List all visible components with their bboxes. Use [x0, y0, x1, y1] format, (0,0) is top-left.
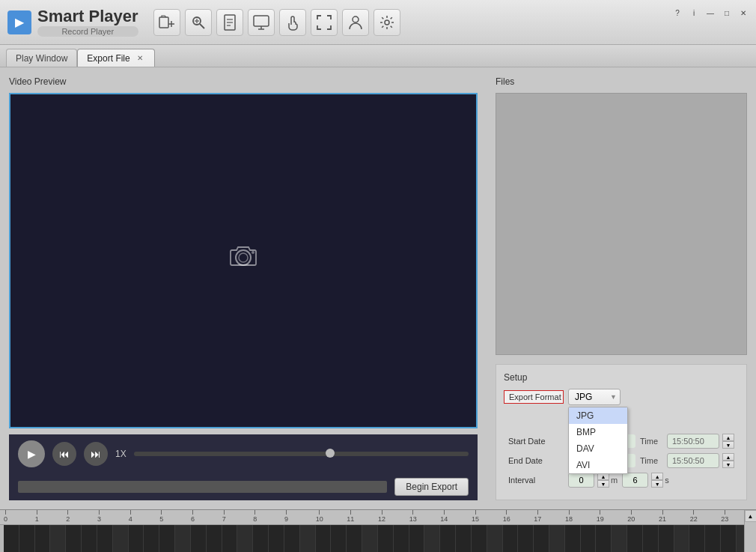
end-time-down-btn[interactable]: ▼ [722, 461, 734, 468]
ruler-mark-2: 2 [66, 510, 70, 523]
interval-m-label: m [611, 476, 618, 485]
track-cell [456, 525, 472, 552]
format-select-btn[interactable]: JPG [568, 389, 621, 405]
monitor-btn[interactable] [248, 9, 275, 36]
hand-btn[interactable] [279, 9, 306, 36]
svg-point-15 [385, 20, 389, 25]
app-title-sub: Record Player [37, 26, 138, 37]
right-scrollbar: ▲ ▼ [744, 510, 756, 552]
track-cell [440, 525, 456, 552]
ruler-mark-12: 12 [378, 510, 385, 523]
interval-s-down-btn[interactable]: ▼ [651, 480, 663, 488]
format-option-dav[interactable]: DAV [569, 440, 627, 457]
interval-s-spinner[interactable]: ▲ ▼ [651, 473, 663, 488]
track-cell [35, 525, 51, 552]
format-option-jpg[interactable]: JPG [569, 407, 627, 424]
play-btn[interactable]: ▶ [18, 440, 45, 467]
add-file-btn[interactable] [153, 9, 180, 36]
next-frame-btn[interactable]: ⏭ [84, 442, 108, 466]
end-date-label: End Date [504, 455, 564, 467]
end-time-input[interactable] [667, 453, 719, 468]
help-btn[interactable]: ? [671, 6, 684, 19]
start-time-input[interactable] [667, 434, 719, 449]
info-btn[interactable]: i [687, 6, 701, 19]
title-bar: ▶ Smart Player Record Player [0, 0, 756, 45]
start-time-down-btn[interactable]: ▼ [722, 441, 734, 449]
title-bar-left: ▶ Smart Player Record Player [7, 7, 138, 36]
track-cell [565, 525, 581, 552]
user-btn[interactable] [342, 9, 369, 36]
ruler-mark-15: 15 [472, 510, 479, 523]
title-text: Smart Player Record Player [37, 7, 138, 36]
ruler-mark-3: 3 [97, 510, 101, 523]
start-time-up-btn[interactable]: ▲ [722, 434, 734, 441]
track-cell [191, 525, 207, 552]
track-cell [269, 525, 284, 552]
prev-frame-btn[interactable]: ⏮ [52, 442, 76, 466]
tab-bar: Play Window Export File ✕ [0, 45, 756, 67]
tab-export-file[interactable]: Export File ✕ [77, 49, 154, 67]
settings-btn[interactable] [374, 9, 400, 36]
interval-label: Interval [504, 474, 564, 486]
ruler-mark-22: 22 [690, 510, 698, 523]
progress-bar[interactable] [134, 452, 469, 456]
format-option-avi[interactable]: AVI [569, 457, 627, 473]
ruler-mark-7: 7 [222, 510, 226, 523]
interval-m-input[interactable] [568, 473, 594, 488]
track-cell [643, 525, 659, 552]
track-cell [253, 525, 269, 552]
search-btn[interactable] [185, 9, 212, 36]
app-icon: ▶ [7, 10, 31, 34]
track-cell [596, 525, 612, 552]
track-cell [97, 525, 113, 552]
ruler-mark-16: 16 [503, 510, 510, 523]
track-cell [222, 525, 238, 552]
tab-play-window[interactable]: Play Window [6, 49, 77, 67]
files-preview-area [496, 93, 747, 355]
track-cell [362, 525, 378, 552]
interval-s-up-btn[interactable]: ▲ [651, 473, 663, 480]
end-time-spinner[interactable]: ▲ ▼ [722, 453, 734, 468]
track-cell [472, 525, 487, 552]
begin-export-btn[interactable]: Begin Export [394, 478, 469, 496]
restore-btn[interactable]: □ [720, 6, 734, 19]
ruler-mark-1: 1 [35, 510, 39, 523]
format-option-bmp[interactable]: BMP [569, 424, 627, 440]
files-title: Files [496, 76, 747, 87]
track-cell [409, 525, 425, 552]
ruler-mark-0: 0 [4, 510, 7, 523]
ruler-mark-6: 6 [191, 510, 195, 523]
document-btn[interactable] [216, 9, 243, 36]
track-cell [549, 525, 565, 552]
track-cell [378, 525, 394, 552]
title-controls: ? i — □ ✕ [671, 6, 750, 19]
close-btn[interactable]: ✕ [737, 6, 750, 19]
track-cell [331, 525, 347, 552]
ruler-mark-8: 8 [253, 510, 257, 523]
svg-point-18 [252, 251, 254, 254]
speed-label: 1X [115, 449, 126, 459]
ruler-marks: 0123456789101112131415161718192021222324 [4, 510, 752, 525]
track-cell [284, 525, 300, 552]
minimize-btn[interactable]: — [704, 6, 717, 19]
interval-s-input[interactable] [622, 473, 648, 488]
start-time-label: Time [640, 437, 662, 446]
camera-icon [225, 241, 262, 281]
track-cell [581, 525, 597, 552]
interval-m-down-btn[interactable]: ▼ [597, 480, 609, 488]
fullscreen-btn[interactable] [311, 9, 338, 36]
end-time-up-btn[interactable]: ▲ [722, 453, 734, 461]
ruler-mark-19: 19 [597, 510, 604, 523]
setup-section: Setup Export Format JPG JPG BMP DAV AVI … [496, 364, 747, 500]
interval-m-spinner[interactable]: ▲ ▼ [597, 473, 609, 488]
track-cell [300, 525, 316, 552]
left-panel: Video Preview ▶ ⏮ ⏭ 1X Beg [0, 67, 487, 509]
tab-close-icon[interactable]: ✕ [135, 53, 145, 64]
start-time-spinner[interactable]: ▲ ▼ [722, 434, 734, 449]
ruler-mark-21: 21 [659, 510, 666, 523]
end-time-label: Time [640, 456, 662, 465]
track-cell [19, 525, 35, 552]
track-cell [503, 525, 519, 552]
ruler-mark-5: 5 [159, 510, 163, 523]
scroll-up-btn[interactable]: ▲ [745, 510, 757, 522]
